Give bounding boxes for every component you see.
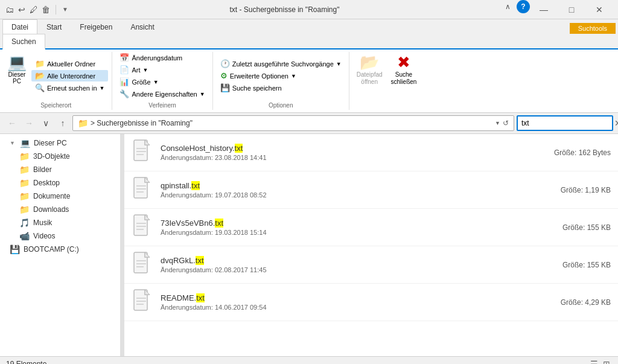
art-label: Art xyxy=(132,66,140,74)
table-row[interactable]: dvqRGkL.txt Änderungsdatum: 02.08.2017 1… xyxy=(124,246,618,284)
minimize-button[interactable]: — xyxy=(530,0,558,19)
tab-suchtools[interactable]: Suchtools xyxy=(570,23,616,34)
sidebar-item-desktop[interactable]: 📁 Desktop xyxy=(0,176,120,190)
sidebar-item-bootcamp[interactable]: 💾 BOOTCAMP (C:) xyxy=(0,243,120,256)
address-path: > Suchergebnisse in "Roaming" xyxy=(91,119,193,127)
suche-schliessen-btn[interactable]: ✖ Sucheschließen xyxy=(387,52,421,88)
options-icon: ⚙ xyxy=(220,71,228,80)
art-btn[interactable]: 📄 Art ▼ xyxy=(116,64,208,75)
groesse-btn[interactable]: 📊 Größe ▼ xyxy=(116,76,208,88)
window-controls: ∧ ? — □ ✕ xyxy=(501,0,613,19)
aenderungsdatum-btn[interactable]: 📅 Änderungsdatum xyxy=(116,52,208,63)
minimize-ribbon-btn[interactable]: ∧ xyxy=(501,0,514,13)
aktueller-ordner-btn[interactable]: 📁 Aktueller Ordner xyxy=(31,58,108,69)
file-info: dvqRGkL.txt Änderungsdatum: 02.08.2017 1… xyxy=(161,256,531,273)
sidebar: ▼ 💻 Dieser PC 📁 3D-Objekte 📁 Bilder 📁 De… xyxy=(0,134,121,356)
file-date: Änderungsdatum: 02.08.2017 11:45 xyxy=(161,266,531,273)
sidebar-item-videos[interactable]: 📹 Videos xyxy=(0,229,120,243)
status-count: 19 Elemente xyxy=(6,360,46,365)
sidebar-item-dokumente[interactable]: 📁 Dokumente xyxy=(0,190,120,203)
view-details-icon[interactable]: ☰ xyxy=(588,359,600,365)
file-info: 73IeVs5eVBn6.txt Änderungsdatum: 19.03.2… xyxy=(161,219,531,236)
andere-eigenschaften-btn[interactable]: 🔧 Andere Eigenschaften ▼ xyxy=(116,88,208,100)
tab-start[interactable]: Start xyxy=(37,19,71,35)
erweitert-btn[interactable]: ⚙ Erweiterte Optionen ▼ xyxy=(217,70,345,81)
groesse-label: Größe xyxy=(132,78,150,86)
help-button[interactable]: ? xyxy=(517,0,530,13)
zuletzt-btn[interactable]: 🕐 Zuletzt ausgeführte Suchvorgänge ▼ xyxy=(217,58,345,69)
refresh-icon[interactable]: ↺ xyxy=(503,119,509,127)
file-icon xyxy=(132,214,153,241)
dropdown-icon: ▼ xyxy=(100,85,105,91)
table-row[interactable]: README.txt Änderungsdatum: 14.06.2017 09… xyxy=(124,284,618,321)
erneut-suchen-btn[interactable]: 🔍 Erneut suchen in ▼ xyxy=(31,82,108,94)
suche-schliessen-label: Sucheschließen xyxy=(391,71,417,86)
sidebar-item-downloads[interactable]: 📁 Downloads xyxy=(0,203,120,216)
file-name: dvqRGkL.txt xyxy=(161,256,531,265)
file-info: ConsoleHost_history.txt Änderungsdatum: … xyxy=(161,144,531,161)
view-icons: ☰ ⊞ xyxy=(588,359,612,365)
tab-freigeben[interactable]: Freigeben xyxy=(71,19,121,35)
tab-datei[interactable]: Datei xyxy=(2,19,37,35)
sidebar-item-dieser-pc[interactable]: ▼ 💻 Dieser PC xyxy=(0,136,120,150)
forward-button[interactable]: → xyxy=(22,116,36,130)
sidebar-item-3d-objekte[interactable]: 📁 3D-Objekte xyxy=(0,150,120,163)
folder-icon-3d: 📁 xyxy=(19,152,30,161)
file-size: Größe: 162 Bytes xyxy=(538,148,611,157)
address-dropdown-icon[interactable]: ▼ xyxy=(495,120,500,126)
music-icon: 🎵 xyxy=(19,218,30,228)
folder-icon-bilder: 📁 xyxy=(19,165,30,174)
sidebar-label-desktop: Desktop xyxy=(33,179,60,187)
file-size: Größe: 1,19 KB xyxy=(538,186,611,194)
file-name-base: qpinstall. xyxy=(161,181,191,190)
table-row[interactable]: 73IeVs5eVBn6.txt Änderungsdatum: 19.03.2… xyxy=(124,209,618,246)
table-row[interactable]: ConsoleHost_history.txt Änderungsdatum: … xyxy=(124,134,618,171)
search-box[interactable]: ✕ xyxy=(517,115,613,131)
calendar-icon: 📅 xyxy=(119,53,129,62)
window-icon: 🗂 xyxy=(5,5,14,14)
file-ext-highlight: txt xyxy=(196,293,205,302)
ribbon-group-actions: 📂 Dateipfadöffnen ✖ Sucheschließen xyxy=(349,52,424,110)
back-button[interactable]: ← xyxy=(5,116,19,130)
tab-ansicht[interactable]: Ansicht xyxy=(121,19,163,35)
alle-unterordner-btn[interactable]: 📂 Alle Unterordner xyxy=(31,70,108,81)
file-name-base: dvqRGkL. xyxy=(161,256,196,265)
address-bar[interactable]: 📁 > Suchergebnisse in "Roaming" ▼ ↺ xyxy=(72,115,514,131)
view-tiles-icon[interactable]: ⊞ xyxy=(601,359,612,365)
suche-speichern-btn[interactable]: 💾 Suche speichern xyxy=(217,82,345,94)
sidebar-item-bilder[interactable]: 📁 Bilder xyxy=(0,163,120,176)
quick-access-properties[interactable]: 🖊 xyxy=(29,5,39,14)
folder-icon-downloads: 📁 xyxy=(19,205,30,214)
search-input[interactable] xyxy=(521,119,612,127)
recent-locations-button[interactable]: ∨ xyxy=(39,116,53,130)
sidebar-item-musik[interactable]: 🎵 Musik xyxy=(0,216,120,229)
file-list: ConsoleHost_history.txt Änderungsdatum: … xyxy=(124,134,618,356)
quick-access-dropdown[interactable]: ▼ xyxy=(62,6,68,13)
dieser-pc-btn[interactable]: 💻 DieserPC xyxy=(4,52,30,87)
ribbon-group-speicherort: 💻 DieserPC 📁 Aktueller Ordner 📂 Alle Unt… xyxy=(0,52,112,110)
optionen-content: 🕐 Zuletzt ausgeführte Suchvorgänge ▼ ⚙ E… xyxy=(217,52,345,100)
optionen-label: Optionen xyxy=(217,101,345,110)
size-icon: 📊 xyxy=(119,77,129,86)
tab-row-top: Datei Start Freigeben Ansicht Suchtools xyxy=(0,19,618,34)
tab-suchen[interactable]: Suchen xyxy=(2,34,45,49)
window-title: txt - Suchergebnisse in "Roaming" xyxy=(68,5,501,14)
file-icon xyxy=(132,251,153,278)
pc-icon: 💻 xyxy=(20,138,30,148)
video-icon: 📹 xyxy=(19,231,30,241)
quick-access-delete[interactable]: 🗑 xyxy=(41,5,51,14)
table-row[interactable]: qpinstall.txt Änderungsdatum: 19.07.2018… xyxy=(124,171,618,209)
close-button[interactable]: ✕ xyxy=(585,0,613,19)
search-icon: 🔍 xyxy=(35,83,45,92)
maximize-button[interactable]: □ xyxy=(558,0,585,19)
speicherort-label: Speicherort xyxy=(4,101,108,110)
file-ext-highlight: txt xyxy=(196,256,204,265)
dateipfad-btn[interactable]: 📂 Dateipfadöffnen xyxy=(353,52,386,88)
quick-access-undo[interactable]: ↩ xyxy=(17,5,27,14)
file-icon xyxy=(132,139,153,166)
search-clear-icon[interactable]: ✕ xyxy=(614,118,618,128)
up-button[interactable]: ↑ xyxy=(56,116,70,130)
dieser-pc-label: DieserPC xyxy=(8,71,26,85)
sidebar-label-dieser-pc: Dieser PC xyxy=(34,139,67,147)
erweitert-dropdown-icon: ▼ xyxy=(291,73,296,79)
